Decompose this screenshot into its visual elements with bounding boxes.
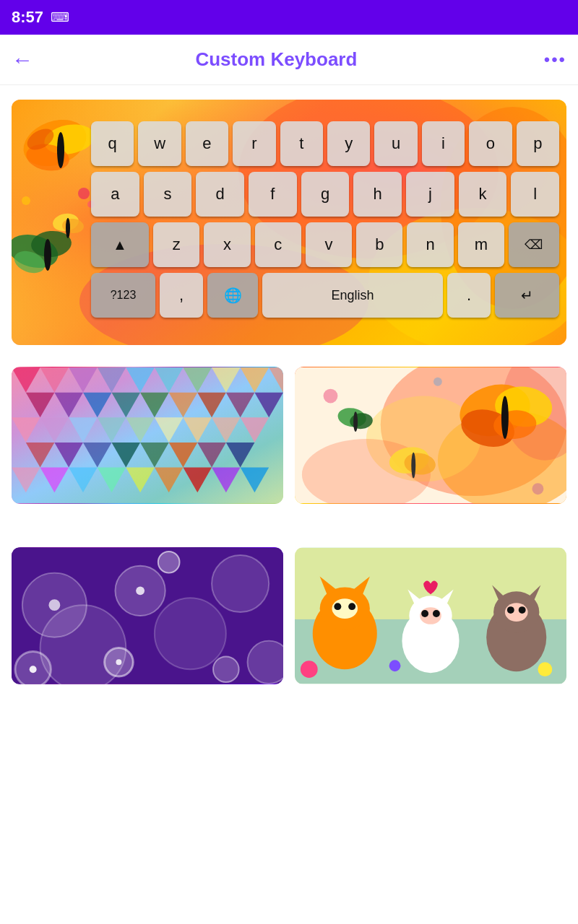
svg-point-83 [353,411,358,432]
svg-point-85 [532,483,544,494]
svg-point-92 [212,555,269,612]
more-options-button[interactable]: ••• [544,50,566,70]
svg-point-117 [421,610,428,617]
svg-point-77 [501,396,509,439]
delete-key[interactable]: ⌫ [509,222,559,267]
key-y[interactable]: y [327,121,370,166]
svg-point-20 [22,196,30,205]
key-h[interactable]: h [353,172,402,217]
svg-point-14 [44,239,51,271]
key-j[interactable]: j [406,172,454,217]
spacer-1 [0,504,578,526]
status-bar: 8:57 ⌨ [0,0,578,35]
app-bar: ← Custom Keyboard ••• [0,35,578,85]
key-r[interactable]: r [233,121,275,166]
svg-point-17 [66,218,70,238]
thumbnail-cats[interactable] [295,547,566,684]
svg-point-124 [507,606,514,614]
key-k[interactable]: k [459,172,507,217]
key-row-1: q w e r t y u i o p [91,121,559,166]
svg-point-101 [116,659,121,665]
svg-point-84 [324,389,338,404]
key-row-4: ?123 , 🌐 English . ↵ [91,273,559,318]
key-z[interactable]: z [153,222,199,267]
key-o[interactable]: o [469,121,512,166]
svg-point-91 [155,598,226,669]
key-q[interactable]: q [91,121,134,166]
keyboard-area: q w e r t y u i o p a s d f g h j k [84,114,566,338]
key-a[interactable]: a [91,172,139,217]
key-f[interactable]: f [249,172,297,217]
key-e[interactable]: e [186,121,228,166]
key-b[interactable]: b [356,222,402,267]
thumbnail-butterfly[interactable] [295,367,566,504]
svg-point-96 [213,656,239,682]
svg-point-97 [158,552,180,573]
svg-point-127 [538,662,552,676]
key-i[interactable]: i [422,121,465,166]
svg-point-128 [389,660,401,671]
key-row-3: ▲ z x c v b n m ⌫ [91,222,559,267]
key-p[interactable]: p [517,121,559,166]
svg-point-9 [57,132,64,168]
key-l[interactable]: l [511,172,559,217]
svg-point-86 [434,378,442,386]
thumbnail-grid-1 [0,345,578,504]
key-d[interactable]: d [196,172,244,217]
key-m[interactable]: m [458,222,504,267]
svg-point-98 [48,599,60,611]
svg-point-126 [301,661,318,678]
status-time: 8:57 [12,8,43,27]
thumbnail-bokeh[interactable] [12,547,283,684]
key-t[interactable]: t [280,121,323,166]
enter-key[interactable]: ↵ [495,273,559,318]
comma-key[interactable]: , [160,273,203,318]
thumbnail-grid-2 [0,526,578,684]
key-s[interactable]: s [144,172,192,217]
keyboard-preview-container: q w e r t y u i o p a s d f g h j k [0,85,578,345]
key-v[interactable]: v [306,222,352,267]
globe-key[interactable]: 🌐 [207,273,258,318]
svg-point-111 [348,603,355,610]
key-row-2: a s d f g h j k l [91,172,559,217]
svg-point-93 [248,641,283,684]
svg-point-80 [411,453,415,479]
spacebar[interactable]: English [262,273,443,318]
svg-point-100 [30,666,37,673]
shift-key[interactable]: ▲ [91,222,149,267]
svg-point-118 [433,610,440,617]
key-n[interactable]: n [407,222,453,267]
svg-point-110 [334,603,341,610]
numbers-key[interactable]: ?123 [91,273,155,318]
period-key[interactable]: . [447,273,491,318]
key-c[interactable]: c [255,222,301,267]
svg-point-99 [136,586,144,595]
key-g[interactable]: g [301,172,350,217]
back-button[interactable]: ← [12,49,33,71]
keyboard-preview: q w e r t y u i o p a s d f g h j k [12,100,566,345]
thumbnail-geometric[interactable] [12,367,283,504]
keyboard-icon: ⌨ [51,9,69,25]
key-w[interactable]: w [138,121,181,166]
key-u[interactable]: u [374,121,417,166]
svg-point-125 [519,606,526,614]
key-x[interactable]: x [204,222,250,267]
page-title: Custom Keyboard [45,48,508,71]
